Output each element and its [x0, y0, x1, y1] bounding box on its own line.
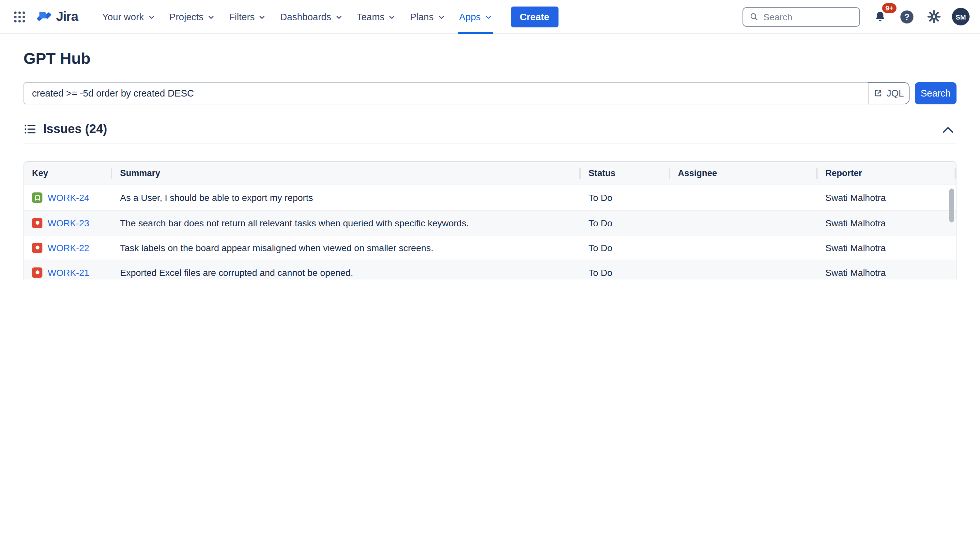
table-scrollbar-thumb[interactable]: [949, 189, 954, 222]
nav-menu-item-label: Dashboards: [280, 12, 331, 22]
chevron-down-icon: [437, 13, 445, 21]
issue-type-icon: [32, 218, 42, 228]
chevron-down-icon: [148, 13, 155, 21]
jira-app: Jira Your work Projects: [0, 0, 980, 280]
nav-menu-item-label: Your work: [102, 12, 144, 22]
issue-reporter: Swati Malhotra: [818, 242, 956, 253]
nav-menu-item[interactable]: Teams: [349, 0, 402, 33]
jira-logo-text: Jira: [56, 9, 78, 24]
issue-summary: Exported Excel files are corrupted and c…: [112, 267, 581, 278]
bug-dot-icon: [34, 219, 41, 227]
issue-key-link[interactable]: WORK-23: [48, 218, 89, 228]
profile-avatar[interactable]: SM: [952, 8, 970, 25]
issue-row: WORK-24 As a User, I should be able to e…: [24, 185, 956, 210]
chevron-down-icon: [485, 13, 492, 21]
issue-key-cell: WORK-24: [24, 192, 112, 203]
issue-key-link[interactable]: WORK-24: [48, 192, 89, 203]
issue-key-cell: WORK-23: [24, 218, 112, 228]
issue-status: To Do: [581, 218, 670, 228]
nav-menu-item[interactable]: Your work: [95, 0, 162, 33]
primary-menu: Your work Projects Filters: [95, 0, 499, 33]
top-navigation: Jira Your work Projects: [0, 0, 980, 34]
issue-key-link[interactable]: WORK-22: [48, 242, 89, 253]
page-title: GPT Hub: [23, 49, 957, 68]
issue-row: WORK-22 Task labels on the board appear …: [24, 235, 956, 260]
issue-type-icon: [32, 267, 42, 278]
issue-reporter: Swati Malhotra: [818, 218, 956, 228]
issues-heading: Issues (24): [43, 122, 107, 136]
issue-row: WORK-21 Exported Excel files are corrupt…: [24, 260, 956, 280]
collapse-issues-button[interactable]: [940, 122, 957, 136]
nav-menu-item[interactable]: Apps: [452, 0, 499, 33]
chevron-down-icon: [389, 13, 396, 21]
issue-reporter: Swati Malhotra: [818, 267, 956, 278]
nav-menu-item[interactable]: Filters: [222, 0, 273, 33]
jql-query-input[interactable]: [23, 82, 871, 104]
column-header-reporter[interactable]: Reporter: [818, 168, 956, 178]
nav-menu-item-label: Filters: [229, 12, 255, 22]
svg-text:?: ?: [904, 12, 910, 22]
jql-link-button[interactable]: JQL: [868, 82, 910, 104]
bug-dot-icon: [34, 244, 41, 251]
issues-section-header: Issues (24): [23, 122, 957, 136]
jira-logo-icon: [36, 9, 51, 24]
issue-key-cell: WORK-22: [24, 242, 112, 253]
nav-menu-item[interactable]: Plans: [403, 0, 452, 33]
column-header-summary[interactable]: Summary: [112, 168, 581, 178]
column-header-status[interactable]: Status: [581, 168, 670, 178]
issue-summary: As a User, I should be able to export my…: [112, 192, 581, 203]
bug-dot-icon: [34, 269, 41, 276]
issue-status: To Do: [581, 192, 670, 203]
help-button[interactable]: ?: [895, 5, 919, 28]
jql-button-label: JQL: [886, 88, 904, 99]
chevron-down-icon: [259, 13, 266, 21]
issue-summary: The search bar does not return all relev…: [112, 218, 581, 228]
issues-divider: [23, 144, 957, 144]
nav-menu-item[interactable]: Projects: [162, 0, 222, 33]
main-content: GPT Hub JQL Search: [0, 49, 980, 280]
list-icon: [23, 122, 36, 136]
gear-icon: [927, 9, 942, 24]
issue-row: WORK-23 The search bar does not return a…: [24, 210, 956, 235]
notifications-badge: 9+: [882, 3, 897, 13]
create-button[interactable]: Create: [511, 6, 558, 27]
nav-menu-item-label: Apps: [459, 12, 480, 22]
chevron-down-icon: [207, 13, 215, 21]
issue-type-icon: [32, 242, 42, 253]
column-header-key[interactable]: Key: [24, 168, 112, 178]
app-grid-icon: [13, 10, 26, 23]
nav-menu-item[interactable]: Dashboards: [273, 0, 349, 33]
search-icon: [750, 12, 758, 22]
issues-table: Key Summary Status Assignee Reporter: [23, 161, 957, 280]
jira-logo[interactable]: Jira: [34, 9, 84, 24]
issue-summary: Task labels on the board appear misalign…: [112, 242, 581, 253]
table-header-row: Key Summary Status Assignee Reporter: [24, 162, 956, 185]
jql-search-bar: JQL Search: [23, 82, 957, 104]
notifications-button[interactable]: 9+: [869, 5, 891, 28]
issue-type-icon: [32, 192, 42, 203]
issue-reporter: Swati Malhotra: [818, 192, 956, 203]
chevron-up-icon: [942, 125, 954, 133]
column-header-assignee[interactable]: Assignee: [670, 168, 818, 178]
external-link-icon: [873, 89, 882, 98]
issue-key-cell: WORK-21: [24, 267, 112, 278]
jql-search-button[interactable]: Search: [915, 82, 957, 104]
global-search[interactable]: [743, 7, 860, 26]
chevron-down-icon: [335, 13, 342, 21]
issues-section: Issues (24) Key Summary Status Assignee …: [23, 122, 957, 280]
nav-menu-item-label: Projects: [169, 12, 204, 22]
issue-status: To Do: [581, 267, 670, 278]
settings-button[interactable]: [922, 5, 945, 28]
help-icon: ?: [899, 9, 915, 25]
table-body: WORK-24 As a User, I should be able to e…: [24, 185, 956, 280]
story-bookmark-icon: [34, 194, 41, 201]
nav-menu-item-label: Teams: [357, 12, 384, 22]
issue-status: To Do: [581, 242, 670, 253]
app-switcher-button[interactable]: [9, 6, 30, 27]
nav-menu-item-label: Plans: [410, 12, 434, 22]
global-search-input[interactable]: [763, 12, 853, 22]
issue-key-link[interactable]: WORK-21: [48, 267, 89, 278]
